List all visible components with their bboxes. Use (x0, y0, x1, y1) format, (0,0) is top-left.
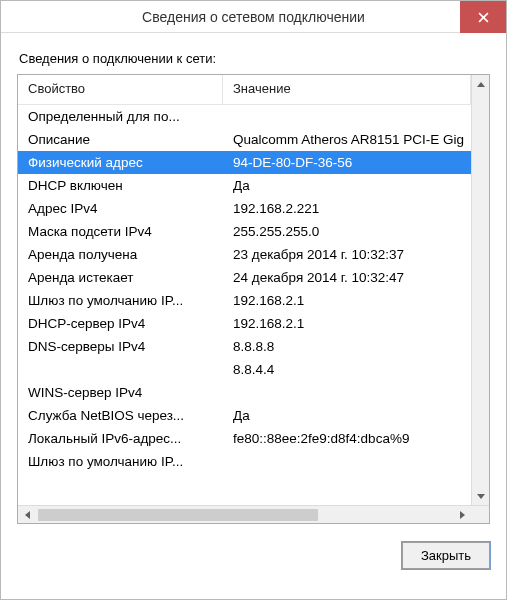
cell-value: 94-DE-80-DF-36-56 (223, 153, 471, 172)
table-row[interactable]: Определенный для по... (18, 105, 471, 128)
table-row[interactable]: DNS-серверы IPv48.8.8.8 (18, 335, 471, 358)
cell-property: Аренда получена (18, 245, 223, 264)
table-row[interactable]: Аренда получена23 декабря 2014 г. 10:32:… (18, 243, 471, 266)
table-row[interactable]: Служба NetBIOS через...Да (18, 404, 471, 427)
table-row[interactable]: WINS-сервер IPv4 (18, 381, 471, 404)
cell-property: DHCP включен (18, 176, 223, 195)
close-icon (478, 12, 489, 23)
cell-value: 24 декабря 2014 г. 10:32:47 (223, 268, 471, 287)
list-header: Свойство Значение (18, 75, 471, 105)
table-row[interactable]: 8.8.4.4 (18, 358, 471, 381)
details-listbox: Свойство Значение Определенный для по...… (17, 74, 490, 524)
list-body: Свойство Значение Определенный для по...… (18, 75, 471, 505)
table-row[interactable]: Локальный IPv6-адрес...fe80::88ee:2fe9:d… (18, 427, 471, 450)
cell-value (223, 115, 471, 119)
scroll-down-arrow-icon[interactable] (472, 487, 489, 505)
table-row[interactable]: Адрес IPv4192.168.2.221 (18, 197, 471, 220)
cell-value (223, 391, 471, 395)
title-bar: Сведения о сетевом подключении (1, 1, 506, 33)
cell-value: 192.168.2.221 (223, 199, 471, 218)
cell-property: DNS-серверы IPv4 (18, 337, 223, 356)
cell-property: Маска подсети IPv4 (18, 222, 223, 241)
table-row[interactable]: Аренда истекает24 декабря 2014 г. 10:32:… (18, 266, 471, 289)
column-header-property[interactable]: Свойство (18, 75, 223, 104)
cell-property: DHCP-сервер IPv4 (18, 314, 223, 333)
vscroll-track[interactable] (472, 93, 489, 487)
cell-value: Qualcomm Atheros AR8151 PCI-E Gig (223, 130, 471, 149)
section-label: Сведения о подключении к сети: (19, 51, 490, 66)
table-row[interactable]: Маска подсети IPv4255.255.255.0 (18, 220, 471, 243)
cell-property (18, 368, 223, 372)
dialog-window: Сведения о сетевом подключении Сведения … (0, 0, 507, 600)
column-header-value[interactable]: Значение (223, 75, 471, 104)
svg-marker-4 (25, 511, 30, 519)
scrollbar-corner (471, 506, 489, 523)
cell-value: 255.255.255.0 (223, 222, 471, 241)
scroll-left-arrow-icon[interactable] (18, 506, 36, 523)
table-row[interactable]: DHCP включенДа (18, 174, 471, 197)
cell-property: WINS-сервер IPv4 (18, 383, 223, 402)
cell-property: Служба NetBIOS через... (18, 406, 223, 425)
table-row[interactable]: Шлюз по умолчанию IP... (18, 450, 471, 473)
cell-property: Шлюз по умолчанию IP... (18, 452, 223, 471)
close-button[interactable]: Закрыть (402, 542, 490, 569)
table-row[interactable]: ОписаниеQualcomm Atheros AR8151 PCI-E Gi… (18, 128, 471, 151)
cell-value: 23 декабря 2014 г. 10:32:37 (223, 245, 471, 264)
vertical-scrollbar[interactable] (471, 75, 489, 505)
scroll-right-arrow-icon[interactable] (453, 506, 471, 523)
close-window-button[interactable] (460, 1, 506, 33)
table-row[interactable]: Шлюз по умолчанию IP...192.168.2.1 (18, 289, 471, 312)
cell-value: 8.8.4.4 (223, 360, 471, 379)
cell-value: Да (223, 406, 471, 425)
table-row[interactable]: Физический адрес94-DE-80-DF-36-56 (18, 151, 471, 174)
dialog-content: Сведения о подключении к сети: Свойство … (1, 33, 506, 599)
cell-value: fe80::88ee:2fe9:d8f4:dbca%9 (223, 429, 471, 448)
cell-property: Аренда истекает (18, 268, 223, 287)
hscroll-thumb[interactable] (38, 509, 318, 521)
svg-marker-2 (477, 82, 485, 87)
cell-property: Описание (18, 130, 223, 149)
table-row[interactable]: DHCP-сервер IPv4192.168.2.1 (18, 312, 471, 335)
list-rows: Определенный для по...ОписаниеQualcomm A… (18, 105, 471, 473)
dialog-button-row: Закрыть (17, 524, 490, 569)
horizontal-scrollbar[interactable] (18, 505, 489, 523)
cell-property: Физический адрес (18, 153, 223, 172)
cell-value (223, 460, 471, 464)
cell-value: 192.168.2.1 (223, 314, 471, 333)
scroll-up-arrow-icon[interactable] (472, 75, 489, 93)
cell-value: Да (223, 176, 471, 195)
cell-property: Локальный IPv6-адрес... (18, 429, 223, 448)
cell-value: 192.168.2.1 (223, 291, 471, 310)
cell-property: Адрес IPv4 (18, 199, 223, 218)
window-title: Сведения о сетевом подключении (1, 9, 506, 25)
list-scroll-wrap: Свойство Значение Определенный для по...… (18, 75, 489, 505)
cell-property: Определенный для по... (18, 107, 223, 126)
cell-property: Шлюз по умолчанию IP... (18, 291, 223, 310)
cell-value: 8.8.8.8 (223, 337, 471, 356)
svg-marker-5 (460, 511, 465, 519)
svg-marker-3 (477, 494, 485, 499)
hscroll-track[interactable] (36, 506, 453, 523)
